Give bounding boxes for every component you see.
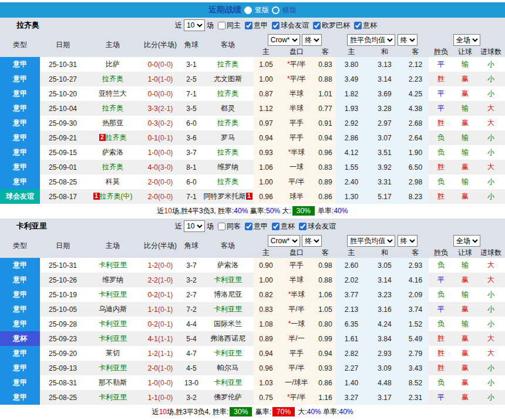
match-type: 意甲 [0,287,40,302]
handicap-result: 输 [453,130,477,145]
away-team-name: 尤文图斯 [214,75,242,83]
league-filter-0-checkbox[interactable] [245,22,253,29]
score: 1-1(0-1) [140,302,181,317]
match-date: 25-09-28 [40,317,86,331]
matches-label: 场 [207,21,214,31]
summary-text: 近10场,胜3平3负4, 胜率:30% 赢率:70% 大:40% 单率:40% [0,405,505,419]
league-filter-1-checkbox[interactable] [272,223,280,230]
avg-odds-value: 2.86 [336,130,367,145]
team-name: 拉齐奥 [0,20,175,31]
goals-result: 小 [477,361,505,375]
match-count-select[interactable]: 10 [184,220,205,232]
league-filter-3-checkbox[interactable] [354,22,362,29]
handicap-odds: 0.83 [254,302,278,317]
league-filter-0-checkbox[interactable] [245,223,253,230]
handicap-line: 平/半 [278,174,315,189]
handicap-result: 赢 [453,116,477,130]
same-venue-filter: 同客 [216,221,241,231]
avg-odds-value: 1.40 [336,375,367,390]
match-row: 意甲25-10-27拉齐奥1-0(1-0)2-5尤文图斯1.00*平/半0.88… [0,72,505,86]
avg-odds-select[interactable]: 胜平负均值 [347,34,395,46]
handicap-result: 输 [453,287,477,302]
match-count-select[interactable]: 10 [184,19,205,31]
match-type: 意甲 [0,302,40,317]
bookmaker-select[interactable]: Crow* [268,235,300,247]
horizontal-view-radio[interactable] [272,6,280,14]
away-team-name: 拉齐奥 [217,177,238,186]
avg-odds-value: 2.93 [402,258,429,273]
league-filter-1-checkbox[interactable] [272,22,280,29]
avg-odds-value: 4.38 [402,101,429,116]
home-team-name: 亚特兰大 [99,89,127,98]
league-filter-2-checkbox[interactable] [313,22,321,29]
away-team: 博洛尼亚 [202,287,254,302]
same-venue-filter-checkbox[interactable] [218,22,225,29]
league-filter-1: 球会友谊 [270,21,309,31]
away-team: 维罗纳 [202,160,254,174]
sub-col-header: 胜负 [429,248,453,258]
scope-select[interactable]: 全场 [453,34,480,46]
avg-odds-value: 2.02 [336,273,367,287]
home-team: 拉齐奥 [86,72,140,86]
match-row: 意甲25-09-20莱切1-2(1-1)4-7卡利亚里0.94平手0.942.8… [0,346,505,361]
corner-score: 3-5 [181,101,202,116]
home-team-name: 热那亚 [102,119,123,127]
avg-stage-select[interactable]: 终 [398,235,418,247]
avg-odds-value: 2.27 [336,361,367,375]
home-team-name: 卡利亚里 [99,290,127,298]
sub-col-header: 主 [336,248,367,258]
handicap-odds: 1.16 [315,390,336,405]
handicap-result: 赢 [453,302,477,317]
handicap-line: 平手 [278,116,315,130]
avg-odds-value: 3.92 [367,160,402,174]
handicap-odds: 0.86 [315,189,336,204]
handicap-line: 平手 [278,130,315,145]
handicap-odds: 0.94 [254,346,278,361]
avg-odds-value: 2.79 [402,346,429,361]
match-type: 意甲 [0,375,40,390]
horizontal-view-label: 横版 [282,5,297,15]
avg-stage-select[interactable]: 终 [398,34,418,46]
match-type: 意甲 [0,346,40,361]
match-date: 25-09-20 [40,346,86,361]
results-table-lazio: 拉齐奥近10场同主意甲球会友谊欧罗巴杯意杯类型日期主场比分(半场)角球客场Cro… [0,18,505,219]
home-team: 1拉齐奥(中) [86,189,140,204]
handicap-line: 半球 [278,273,315,287]
scope-select[interactable]: 全场 [453,235,480,247]
home-team-name: 萨索洛 [102,148,123,156]
away-team: 佛罗伦萨 [202,390,254,405]
corner-score: 3-7 [181,258,202,273]
col-header: 类型 [0,234,40,258]
match-row: 意甲25-09-28卡利亚里0-2(0-1)4-4国际米兰1.08*一球0.80… [0,317,505,331]
handicap-result: 输 [453,317,477,331]
vertical-view-radio[interactable] [244,6,252,14]
home-team: 卡利亚里 [86,258,140,273]
result: 平 [429,86,453,101]
handicap-odds: 0.96 [254,189,278,204]
result: 负 [429,317,453,331]
handicap-result: 赢 [453,390,477,405]
match-type: 意甲 [0,145,40,160]
match-date: 25-08-25 [40,390,86,405]
result: 负 [429,287,453,302]
league-filter-2-checkbox[interactable] [299,223,307,230]
odds-stage-select[interactable]: 终 [302,34,322,46]
avg-odds-value: 2.09 [402,287,429,302]
corner-score: 6-0 [181,116,202,130]
bookmaker-select[interactable]: Crow* [268,34,300,46]
col-header: 类型 [0,33,40,57]
same-venue-filter-checkbox[interactable] [218,223,225,230]
home-team: 卡利亚里 [86,361,140,375]
sub-col-header: 让球 [453,47,477,57]
handicap-line: *半球 [278,145,315,160]
handicap-odds: 0.96 [254,361,278,375]
odds-stage-select[interactable]: 终 [302,235,322,247]
away-team-name: 弗洛西诺尼 [210,334,245,342]
handicap-line: 一/球半 [278,375,315,390]
away-team-name: 拉齐奥 [217,89,238,98]
handicap-odds: 0.91 [315,116,336,130]
match-date: 25-10-04 [40,101,86,116]
score: 0-1(0-1) [140,130,181,145]
avg-odds-select[interactable]: 胜平负均值 [347,235,395,247]
goals-result: 大 [477,101,505,116]
